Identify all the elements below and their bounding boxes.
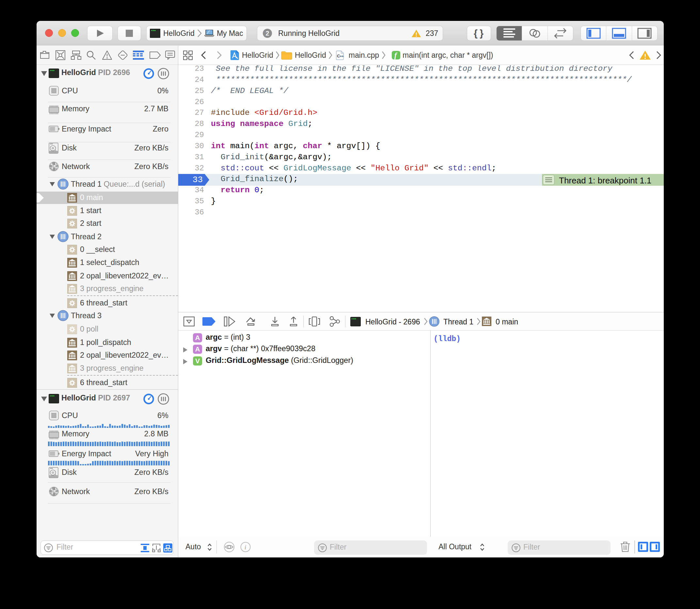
svg-text:++: ++	[340, 54, 344, 58]
svg-text:i: i	[244, 544, 246, 551]
